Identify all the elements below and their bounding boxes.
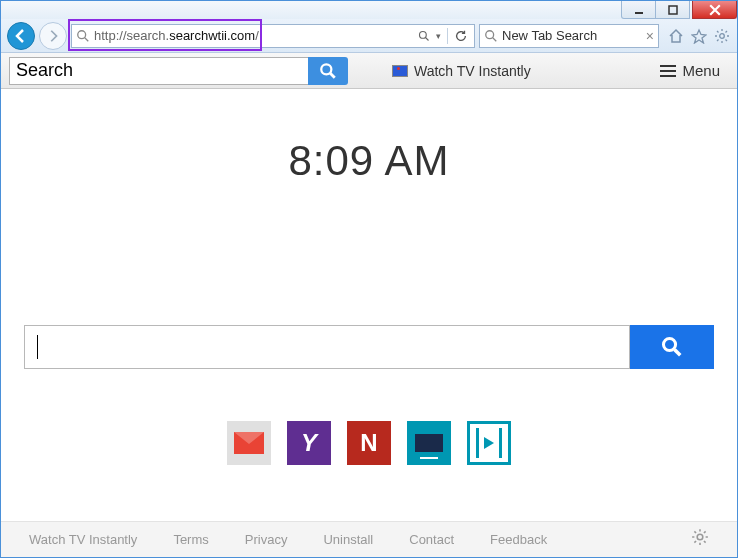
url-prefix: http://search.: [94, 28, 169, 43]
tv-icon: [392, 65, 408, 77]
footer: Watch TV Instantly Terms Privacy Uninsta…: [1, 521, 737, 557]
footer-link-uninstall[interactable]: Uninstall: [323, 532, 373, 547]
page-content: Watch TV Instantly Menu 8:09 AM: [1, 53, 737, 557]
menu-button[interactable]: Menu: [651, 57, 729, 84]
forward-button[interactable]: [39, 22, 67, 50]
tile-netflix[interactable]: N: [347, 421, 391, 465]
address-bar-tools: ▾: [418, 28, 470, 44]
footer-link-terms[interactable]: Terms: [173, 532, 208, 547]
extension-toolbar: Watch TV Instantly Menu: [1, 53, 737, 89]
footer-link-contact[interactable]: Contact: [409, 532, 454, 547]
settings-gear-icon[interactable]: [691, 528, 709, 551]
svg-rect-0: [635, 12, 643, 14]
svg-point-6: [486, 30, 494, 38]
url-domain: searchwtii.com: [169, 28, 255, 43]
svg-point-9: [321, 64, 331, 74]
gear-icon[interactable]: [713, 27, 731, 45]
svg-line-10: [330, 73, 335, 78]
svg-point-2: [78, 30, 86, 38]
browser-nav-bar: http://search.searchwtii.com/ ▾ New Tab …: [1, 19, 737, 53]
svg-line-12: [674, 349, 680, 355]
dropdown-icon[interactable]: ▾: [436, 31, 441, 41]
tile-tv[interactable]: [407, 421, 451, 465]
toolbar-search: [9, 57, 348, 85]
toolbar-search-input[interactable]: [9, 57, 309, 85]
hamburger-icon: [660, 65, 676, 77]
window-controls: [621, 1, 737, 19]
close-tab-icon[interactable]: ×: [646, 28, 654, 44]
tile-yahoo[interactable]: Y: [287, 421, 331, 465]
search-go-icon[interactable]: [418, 30, 430, 42]
close-button[interactable]: [692, 1, 737, 19]
divider: [447, 28, 448, 44]
tile-video[interactable]: [467, 421, 511, 465]
toolbar-search-button[interactable]: [308, 57, 348, 85]
footer-link-feedback[interactable]: Feedback: [490, 532, 547, 547]
search-icon: [484, 29, 498, 43]
titlebar: [1, 1, 737, 19]
monitor-icon: [415, 434, 443, 452]
tile-gmail[interactable]: [227, 421, 271, 465]
main-search-button[interactable]: [630, 325, 714, 369]
url-suffix: /: [255, 28, 259, 43]
svg-point-11: [663, 338, 675, 350]
main-search-input[interactable]: [24, 325, 630, 369]
favorites-icon[interactable]: [690, 27, 708, 45]
watch-tv-link[interactable]: Watch TV Instantly: [392, 63, 531, 79]
svg-point-13: [697, 534, 703, 540]
search-icon: [76, 29, 90, 43]
maximize-button[interactable]: [655, 1, 690, 19]
text-caret: [37, 335, 38, 359]
refresh-icon[interactable]: [454, 29, 468, 43]
netflix-icon: N: [360, 429, 377, 457]
footer-link-watch-tv[interactable]: Watch TV Instantly: [29, 532, 137, 547]
svg-point-4: [420, 31, 427, 38]
browser-right-tools: [667, 27, 731, 45]
clock: 8:09 AM: [288, 137, 449, 185]
tab-title: New Tab Search: [502, 28, 642, 43]
window: http://search.searchwtii.com/ ▾ New Tab …: [0, 0, 738, 558]
browser-tab[interactable]: New Tab Search ×: [479, 24, 659, 48]
film-icon: [476, 428, 502, 458]
svg-line-7: [493, 37, 497, 41]
footer-link-privacy[interactable]: Privacy: [245, 532, 288, 547]
yahoo-icon: Y: [301, 429, 317, 457]
watch-tv-label: Watch TV Instantly: [414, 63, 531, 79]
svg-line-5: [426, 37, 429, 40]
url-text: http://search.searchwtii.com/: [94, 28, 418, 43]
back-button[interactable]: [7, 22, 35, 50]
minimize-button[interactable]: [621, 1, 656, 19]
svg-line-3: [85, 37, 89, 41]
main-content: 8:09 AM Y N: [1, 89, 737, 557]
quick-link-tiles: Y N: [227, 421, 511, 465]
svg-point-8: [720, 33, 725, 38]
home-icon[interactable]: [667, 27, 685, 45]
svg-rect-1: [669, 6, 677, 14]
gmail-icon: [234, 432, 264, 454]
menu-label: Menu: [682, 62, 720, 79]
main-search: [24, 325, 714, 369]
address-bar[interactable]: http://search.searchwtii.com/ ▾: [71, 24, 475, 48]
